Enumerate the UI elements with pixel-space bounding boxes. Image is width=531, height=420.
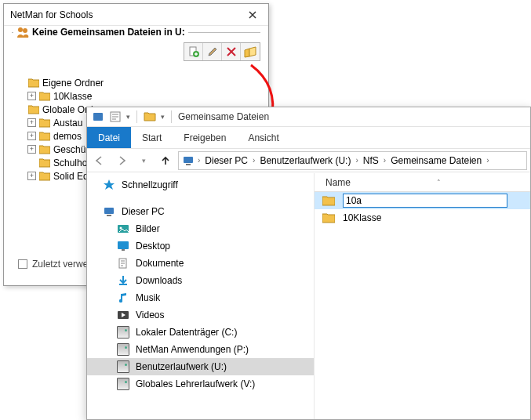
list-item[interactable]: 10Klasse [315,209,530,226]
arrow-left-icon [94,155,105,166]
nav-drive-v[interactable]: Globales Lehrerlaufwerk (V:) [87,375,314,393]
tab-datei[interactable]: Datei [87,127,131,148]
videos-icon [117,309,129,321]
expander-icon[interactable]: + [27,118,36,127]
svg-rect-15 [119,284,127,285]
svg-point-16 [119,299,122,302]
svg-rect-12 [118,241,129,249]
zuletzt-checkbox[interactable] [18,259,27,269]
folder-icon [39,132,50,141]
group-label: Keine Gemeinsamen Dateien in U: [13,26,188,38]
column-header-label: Name [326,177,351,188]
svg-rect-8 [104,208,114,214]
crumb-nfs[interactable]: NfS [362,155,380,166]
nav-back-button[interactable] [90,151,109,170]
file-name: 10Klasse [343,212,381,223]
nav-label: Schnellzugriff [122,179,178,190]
drive-icon [117,326,129,339]
folder-icon [28,78,39,88]
properties-icon[interactable] [109,110,122,123]
tool-add-button[interactable] [184,43,203,60]
nav-recent-button[interactable]: ▾ [134,151,153,170]
tree-label: demos [53,131,82,142]
chevron-right-icon[interactable]: › [382,156,387,165]
nav-drive-p[interactable]: NetMan Anwendungen (P:) [87,341,314,358]
nav-label: Downloads [136,275,182,286]
nav-up-button[interactable] [156,151,175,170]
nav-videos[interactable]: Videos [87,306,314,324]
tree-label: 10Klasse [53,91,92,102]
tree-label: Eigene Ordner [42,78,104,89]
qat-title: Gemeinsame Dateien [178,111,269,122]
chevron-right-icon[interactable]: › [354,156,359,165]
chevron-down-icon: ▾ [142,157,146,165]
nav-schnellzugriff[interactable]: Schnellzugriff [87,176,314,194]
nav-musik[interactable]: Musik [87,289,314,306]
chevron-right-icon[interactable]: › [485,156,490,165]
downloads-icon [117,274,129,287]
chevron-down-icon[interactable]: ▾ [161,113,165,121]
nav-bilder[interactable]: Bilder [87,220,314,237]
expander-icon[interactable]: + [27,132,36,140]
chevron-right-icon[interactable]: › [196,156,202,165]
tab-ansicht[interactable]: Ansicht [237,127,289,148]
tab-freigeben[interactable]: Freigeben [173,127,237,148]
folder-icon [39,145,50,154]
svg-point-1 [23,28,27,33]
expander-icon[interactable]: + [27,172,36,180]
close-button[interactable] [237,4,268,26]
address-bar[interactable]: › Dieser PC › Benutzerlaufwerk (U:) › Nf… [178,151,527,170]
nav-drive-c[interactable]: Lokaler Datenträger (C:) [87,324,314,341]
tab-start[interactable]: Start [131,127,173,148]
nav-desktop[interactable]: Desktop [87,237,314,255]
app-icon [92,110,104,123]
pc-icon [103,205,115,218]
delete-icon [225,45,238,58]
pictures-icon [117,223,129,235]
nav-downloads[interactable]: Downloads [87,272,314,289]
nav-pane: Schnellzugriff Dieser PC Bilder Desktop … [87,173,315,419]
nav-label: Desktop [136,241,170,252]
music-icon [117,291,129,304]
tool-open-button[interactable] [241,43,260,60]
crumb-drive-u[interactable]: Benutzerlaufwerk (U:) [258,155,352,166]
window-title: NetMan for Schools [10,9,237,20]
folder-icon [39,172,50,181]
list-item[interactable] [315,192,530,209]
nav-label: Lokaler Datenträger (C:) [136,327,237,338]
rename-input[interactable] [343,194,507,208]
folder-icon [39,158,50,168]
nav-dieser-pc[interactable]: Dieser PC [87,203,314,220]
sort-indicator-icon: ˄ [437,179,441,186]
tree-label: Schulho [53,158,87,168]
users-icon [16,26,29,38]
column-header-name[interactable]: Name ˄ [315,173,530,192]
svg-rect-4 [93,113,103,121]
add-file-icon [187,45,200,58]
nav-label: Dokumente [136,258,184,269]
nav-dokumente[interactable]: Dokumente [87,255,314,272]
tree-item-eigene-ordner[interactable]: Eigene Ordner [16,76,256,89]
zuletzt-label: Zuletzt verwe [32,259,88,270]
expander-icon[interactable]: + [27,92,36,100]
svg-rect-13 [122,249,125,251]
chevron-down-icon[interactable]: ▾ [126,113,130,121]
chevron-right-icon[interactable]: › [251,156,256,165]
tool-edit-button[interactable] [203,43,222,60]
drive-icon [117,343,129,356]
folder-icon [39,92,50,101]
nav-forward-button[interactable] [112,151,131,170]
tree-item-10klasse[interactable]: + 10Klasse [16,89,256,103]
arrow-up-icon [160,155,171,166]
documents-icon [117,257,129,270]
folder-icon [322,212,335,223]
crumb-gemeinsame[interactable]: Gemeinsame Dateien [389,155,483,166]
folder-icon [144,110,156,123]
folder-icon [39,118,50,128]
nav-drive-u[interactable]: Benutzerlaufwerk (U:) [87,358,314,375]
tool-delete-button[interactable] [222,43,241,60]
svg-point-0 [18,27,23,32]
crumb-dieser-pc[interactable]: Dieser PC [203,155,249,166]
expander-icon[interactable]: + [27,145,36,154]
nav-label: Benutzerlaufwerk (U:) [136,361,227,372]
